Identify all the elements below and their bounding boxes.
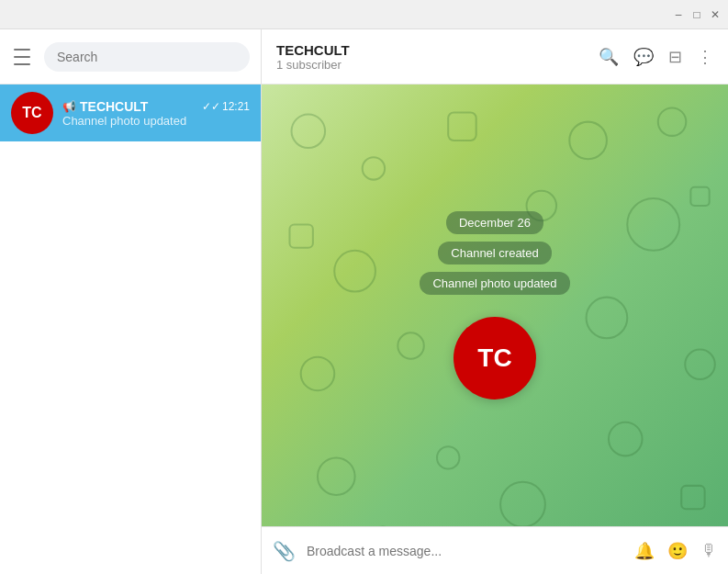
avatar: TC	[11, 92, 53, 134]
titlebar: – □ ✕	[0, 0, 728, 29]
input-bar: 📎 🔔 🙂 🎙	[262, 526, 728, 574]
chat-name: TECHCULT	[80, 99, 198, 114]
maximize-button[interactable]: □	[691, 9, 702, 20]
close-button[interactable]: ✕	[710, 9, 721, 20]
channel-created-event: Channel created	[438, 242, 551, 264]
sidebar-header	[0, 29, 261, 84]
chat-list-item[interactable]: TC 📢 TECHCULT ✓✓ 12:21 Channel photo upd…	[0, 84, 261, 141]
emoji-icon[interactable]: 🙂	[667, 541, 688, 561]
attach-icon[interactable]: 📎	[273, 540, 296, 562]
input-right-icons: 🔔 🙂 🎙	[634, 541, 717, 561]
columns-icon[interactable]: ⊟	[668, 47, 682, 67]
search-icon[interactable]: 🔍	[599, 47, 619, 67]
channel-title: TECHCULT	[276, 42, 588, 58]
mic-icon[interactable]: 🎙	[700, 541, 717, 560]
more-options-icon[interactable]: ⋮	[697, 47, 713, 67]
messages-container: December 26 Channel created Channel phot…	[262, 84, 728, 526]
megaphone-icon: 📢	[62, 100, 76, 113]
bell-icon[interactable]: 🔔	[634, 541, 655, 561]
channel-photo-updated-event: Channel photo updated	[420, 272, 569, 295]
sidebar: TC 📢 TECHCULT ✓✓ 12:21 Channel photo upd…	[0, 29, 262, 574]
hamburger-button[interactable]	[11, 46, 33, 68]
chat-area: TECHCULT 1 subscriber 🔍 💬 ⊟ ⋮	[262, 29, 728, 574]
broadcast-input[interactable]	[307, 544, 623, 558]
main-content: TC 📢 TECHCULT ✓✓ 12:21 Channel photo upd…	[0, 29, 728, 574]
chat-header-actions: 🔍 💬 ⊟ ⋮	[599, 47, 713, 67]
subscriber-count: 1 subscriber	[276, 58, 588, 72]
chat-messages: December 26 Channel created Channel phot…	[262, 84, 728, 526]
read-receipt-icon: ✓✓	[202, 100, 220, 113]
date-label: December 26	[446, 211, 543, 234]
chat-preview: Channel photo updated	[62, 114, 250, 128]
search-input[interactable]	[44, 42, 250, 72]
chat-time: ✓✓ 12:21	[202, 100, 250, 113]
chat-header-info: TECHCULT 1 subscriber	[276, 42, 588, 72]
comment-icon[interactable]: 💬	[633, 47, 654, 67]
app: TC 📢 TECHCULT ✓✓ 12:21 Channel photo upd…	[0, 29, 728, 574]
channel-photo-avatar: TC	[454, 317, 536, 400]
minimize-button[interactable]: –	[673, 9, 684, 20]
chat-info: 📢 TECHCULT ✓✓ 12:21 Channel photo update…	[62, 99, 250, 128]
chat-header: TECHCULT 1 subscriber 🔍 💬 ⊟ ⋮	[262, 29, 728, 84]
chat-name-row: 📢 TECHCULT ✓✓ 12:21	[62, 99, 250, 114]
